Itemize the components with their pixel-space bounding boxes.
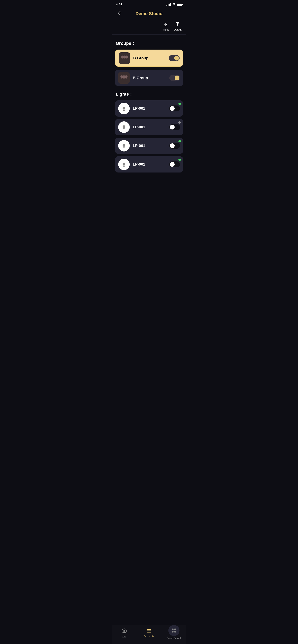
group-toggle-1[interactable] [169,55,180,61]
svg-rect-29 [123,165,124,166]
battery-icon [177,3,182,6]
content-area: Groups： B Group [112,38,186,195]
light-label-4: LP-001 [133,162,169,166]
light-toggle-knob-2 [170,125,175,130]
svg-rect-18 [123,110,125,111]
header: Demo Studio [112,8,186,18]
svg-rect-6 [124,58,125,59]
svg-rect-25 [123,147,124,148]
svg-rect-26 [123,148,125,148]
svg-rect-14 [125,78,127,79]
input-icon [163,21,169,27]
light-toggle-2[interactable] [169,124,180,130]
light-label-1: LP-001 [133,106,169,111]
group-toggle-knob-2 [175,76,179,80]
light-item-4[interactable]: LP-001 [115,156,183,172]
svg-rect-0 [118,13,121,13]
divider [112,34,186,34]
light-toggle-1[interactable] [169,106,180,112]
svg-rect-1 [164,26,168,26]
light-icon-3 [118,140,130,152]
light-label-3: LP-001 [133,144,169,148]
light-icon-4 [118,158,130,170]
status-dot-3 [178,140,181,142]
status-time: 9:41 [116,2,122,6]
back-button[interactable] [116,10,123,18]
light-toggle-knob-4 [170,162,175,167]
light-toggle-knob-1 [170,106,175,111]
svg-rect-10 [121,78,122,79]
svg-rect-22 [123,129,125,129]
output-button[interactable]: Output [174,21,181,31]
light-item-3[interactable]: LP-001 [115,138,183,154]
svg-point-24 [122,144,125,147]
status-icons [167,2,182,6]
status-dot-4 [178,158,181,161]
light-item-1[interactable]: LP-001 [115,100,183,116]
light-toggle-knob-3 [170,143,175,148]
svg-point-28 [122,162,125,165]
light-icon-1 [118,103,130,114]
status-dot-1 [178,103,181,105]
svg-point-16 [122,107,125,110]
light-toggle-3[interactable] [169,143,180,149]
page-title: Demo Studio [135,11,163,16]
light-icon-2 [118,121,130,133]
output-icon [175,21,181,27]
status-dot-2 [178,121,181,124]
light-item-2[interactable]: LP-001 [115,119,183,135]
svg-rect-21 [123,128,124,129]
status-bar: 9:41 [112,0,186,8]
groups-section-title: Groups： [112,38,186,50]
svg-rect-2 [176,22,179,23]
group-toggle-2[interactable] [169,75,180,81]
input-button[interactable]: Input [163,21,169,31]
lights-section-title: Lights： [112,89,186,100]
light-label-2: LP-001 [133,125,169,129]
svg-point-20 [122,125,125,128]
light-toggle-4[interactable] [169,162,180,167]
signal-icon [167,3,171,6]
wifi-icon [172,2,176,6]
group-item-2[interactable]: B Group [115,70,183,86]
svg-rect-4 [122,58,123,59]
group-icon-2 [118,72,130,84]
group-label-2: B Group [133,76,169,80]
group-label-1: B Group [133,56,169,60]
svg-rect-30 [123,166,125,166]
group-toggle-knob-1 [174,56,179,60]
output-label: Output [174,28,181,31]
group-item-1[interactable]: B Group [115,50,183,66]
group-icon-1 [119,52,130,64]
svg-point-7 [125,56,128,58]
io-buttons: Input Output [112,18,186,34]
svg-rect-12 [123,78,124,79]
svg-point-13 [125,75,127,78]
input-label: Input [163,28,169,31]
svg-rect-17 [123,110,124,110]
svg-rect-8 [126,58,127,59]
